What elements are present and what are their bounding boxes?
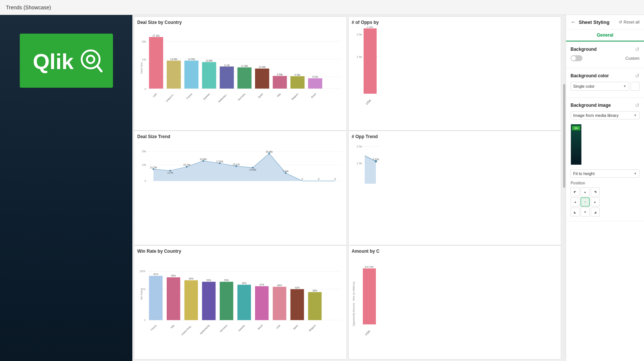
bg-color-chevron: ▼ xyxy=(623,84,626,88)
svg-rect-30 xyxy=(308,78,322,89)
qlik-logo: Qlik xyxy=(29,46,104,76)
bg-color-title: Background color xyxy=(571,73,609,78)
svg-text:Spain: Spain xyxy=(257,92,264,99)
svg-text:United King...: United King... xyxy=(180,324,193,336)
svg-text:Netherlan...: Netherlan... xyxy=(218,93,228,103)
svg-text:France: France xyxy=(150,324,157,331)
svg-rect-14 xyxy=(167,60,181,88)
svg-rect-16 xyxy=(184,60,198,88)
svg-text:Brazil: Brazil xyxy=(311,93,317,99)
svg-rect-120 xyxy=(363,268,376,324)
position-bottom-center[interactable]: ▼ xyxy=(581,208,590,217)
svg-rect-89 xyxy=(149,276,163,320)
svg-text:27.32k: 27.32k xyxy=(153,34,160,37)
position-top-center[interactable]: ▲ xyxy=(581,187,590,196)
position-bottom-left[interactable]: ◣ xyxy=(571,208,579,217)
svg-text:35k: 35k xyxy=(142,40,146,43)
svg-rect-22 xyxy=(238,67,252,88)
position-middle-right[interactable]: ► xyxy=(591,197,600,206)
win-rate-country-title: Win Rate by Country xyxy=(137,249,343,254)
deal-size-trend-chart: Deal Size Trend 35k 15k 0 xyxy=(134,131,347,245)
svg-text:USA: USA xyxy=(276,324,281,329)
amount-partial-svg: Opportunity Amount - Won (in Millions) $… xyxy=(352,255,380,352)
reset-all-button[interactable]: ↺ Reset all xyxy=(619,20,640,25)
custom-toggle-row: Custom xyxy=(571,55,640,61)
svg-text:14.55k: 14.55k xyxy=(188,58,195,60)
svg-rect-20 xyxy=(220,66,234,88)
svg-rect-103 xyxy=(273,287,286,320)
svg-text:Qlik: Qlik xyxy=(33,49,74,74)
background-reset-icon[interactable]: ↺ xyxy=(635,46,640,52)
svg-text:0: 0 xyxy=(145,88,146,91)
svg-text:USA: USA xyxy=(365,99,372,105)
svg-text:$78.78M: $78.78M xyxy=(365,266,373,268)
svg-text:United Ki...: United Ki... xyxy=(165,93,175,103)
svg-rect-97 xyxy=(220,281,233,320)
svg-rect-93 xyxy=(184,280,198,320)
section-header-bg-image: Background image ↺ xyxy=(571,102,640,108)
top-bar: Trends (Showcase) xyxy=(0,0,644,15)
position-middle-left[interactable]: ◄ xyxy=(571,197,579,206)
svg-text:Spain: Spain xyxy=(292,324,299,330)
svg-text:19.66k: 19.66k xyxy=(200,158,207,161)
svg-text:USA: USA xyxy=(364,329,371,336)
bg-image-reset-icon[interactable]: ↺ xyxy=(635,102,640,108)
svg-text:1.5k: 1.5k xyxy=(356,55,362,59)
position-top-left[interactable]: ◤ xyxy=(571,187,579,196)
svg-text:Win Rate: Win Rate xyxy=(140,290,143,299)
svg-point-2 xyxy=(87,56,94,63)
svg-text:Belgium: Belgium xyxy=(291,93,299,101)
custom-label: Custom xyxy=(625,56,640,60)
preview-logo: Qlik xyxy=(572,126,580,130)
svg-text:2.88k: 2.88k xyxy=(367,27,373,28)
bg-color-reset-icon[interactable]: ↺ xyxy=(635,73,640,79)
fit-chevron: ▼ xyxy=(634,172,637,175)
charts-area: Deal Size by Country 35k 15k 0 Deal Size… xyxy=(132,15,563,361)
svg-text:49%: 49% xyxy=(242,282,246,284)
position-top-right[interactable]: ◥ xyxy=(591,187,600,196)
bg-color-dropdown[interactable]: Single color ▼ xyxy=(571,82,629,91)
svg-text:100%: 100% xyxy=(139,270,146,273)
deal-size-country-svg: 35k 15k 0 Deal Size 27.32k 14.56k 14.55k… xyxy=(137,27,343,112)
svg-text:France: France xyxy=(186,92,193,99)
deal-size-trend-svg: 35k 15k 0 13.79k xyxy=(137,141,343,200)
section-header-background: Background ↺ xyxy=(571,46,640,52)
background-section: Background ↺ Custom xyxy=(566,42,644,68)
back-button[interactable]: ← xyxy=(571,19,577,25)
fit-dropdown[interactable]: Fit to height ▼ xyxy=(571,169,640,178)
svg-rect-24 xyxy=(255,69,269,89)
svg-text:42%: 42% xyxy=(295,286,300,289)
svg-text:0: 0 xyxy=(145,180,146,183)
image-source-dropdown[interactable]: Image from media library ▼ xyxy=(571,111,640,119)
svg-text:17.62k: 17.62k xyxy=(216,160,224,163)
svg-text:15.74k: 15.74k xyxy=(183,164,191,167)
svg-rect-107 xyxy=(308,292,321,320)
position-bottom-right[interactable]: ◢ xyxy=(591,208,600,217)
svg-text:39%: 39% xyxy=(312,289,317,292)
color-swatch[interactable] xyxy=(631,82,640,91)
svg-text:13.88k: 13.88k xyxy=(249,168,257,171)
svg-text:53%: 53% xyxy=(224,279,229,281)
custom-toggle[interactable] xyxy=(571,55,582,61)
main-scrollbar[interactable] xyxy=(563,15,566,361)
svg-rect-12 xyxy=(149,37,163,88)
svg-text:0: 0 xyxy=(334,178,336,181)
svg-text:Italy: Italy xyxy=(276,92,282,97)
deal-size-trend-title: Deal Size Trend xyxy=(137,134,343,139)
svg-text:46%: 46% xyxy=(277,284,282,286)
scrollbar-thumb[interactable] xyxy=(563,84,565,188)
right-panel: ← Sheet Styling ↺ Reset all General Back… xyxy=(566,15,644,361)
panel-nav: ← Sheet Styling xyxy=(571,19,609,25)
svg-rect-99 xyxy=(238,284,251,320)
opps-partial-svg: 3.5k 1.5k 2.88k USA xyxy=(352,27,380,112)
svg-text:Sweden: Sweden xyxy=(202,92,210,100)
svg-text:15k: 15k xyxy=(142,164,146,167)
svg-text:15.12k: 15.12k xyxy=(233,163,240,166)
svg-text:3.5k: 3.5k xyxy=(356,33,362,36)
charts-row-3: Win Rate by Country 100% 50% 0 Win Rate … xyxy=(134,245,561,360)
tab-general[interactable]: General xyxy=(566,29,644,41)
sidebar: Qlik xyxy=(0,15,132,361)
position-middle-center[interactable]: + xyxy=(581,197,590,206)
svg-text:Italy: Italy xyxy=(170,324,175,329)
svg-text:55%: 55% xyxy=(189,277,194,280)
